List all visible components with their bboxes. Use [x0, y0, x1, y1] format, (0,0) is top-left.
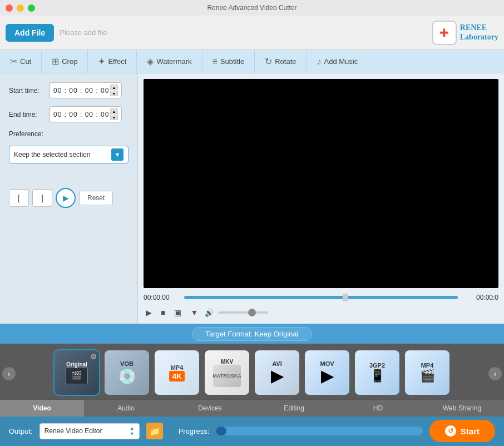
start-time-up[interactable]: ▲ [110, 85, 118, 90]
stop-button[interactable]: ■ [159, 307, 167, 318]
preference-select[interactable]: Keep the selected section ▼ [9, 146, 129, 163]
format-item-mp4-last[interactable]: MP4 🎬 [405, 350, 449, 395]
format-icon-mkv: MKV MATROSKA [205, 350, 249, 395]
tab-crop[interactable]: ⊞ Crop [42, 50, 88, 73]
format-item-mkv[interactable]: MKV MATROSKA [205, 350, 249, 395]
format-tab-editing[interactable]: Editing [252, 399, 336, 417]
progress-bar [216, 427, 423, 435]
mark-in-icon: [ [18, 194, 20, 202]
bottom-bar: Output: Renee Video Editor ▲ ▼ 📁 Progres… [0, 417, 504, 445]
mark-out-button[interactable]: ] [32, 189, 52, 207]
format-icon-vob: VOB 💿 [105, 350, 149, 395]
end-time-input[interactable]: 00 : 00 : 00 : 00 ▲ ▼ [50, 106, 122, 122]
format-tabs: Video Audio Devices Editing HD Web Shari… [0, 399, 504, 417]
preference-label: Preference: [9, 130, 129, 138]
start-time-row: Start time: 00 : 00 : 00 : 00 ▲ ▼ [9, 82, 129, 98]
3gp2-label: 3GP2 [369, 362, 385, 369]
end-time-up[interactable]: ▲ [110, 108, 118, 114]
format-icon-avi: AVI ▶ [255, 350, 299, 395]
format-tab-hd[interactable]: HD [336, 399, 420, 417]
logo-text: RENEE Laboratory [460, 23, 498, 42]
start-time-down[interactable]: ▼ [110, 91, 118, 96]
left-panel: Start time: 00 : 00 : 00 : 00 ▲ ▼ End ti… [0, 73, 138, 324]
tab-rotate[interactable]: ↻ Rotate [255, 50, 307, 73]
reset-button[interactable]: Reset [79, 191, 113, 205]
format-item-3gp2[interactable]: 3GP2 📱 [355, 350, 399, 395]
format-icons: ⚙ Original 🎬 VOB 💿 MP4 4K MKV [0, 348, 504, 397]
format-tab-devices[interactable]: Devices [168, 399, 252, 417]
top-toolbar: Add File Please add file ✚ RENEE Laborat… [0, 16, 504, 50]
preview-play-icon: ▶ [63, 194, 69, 202]
tab-add-music[interactable]: ♪ Add Music [307, 50, 369, 73]
end-time-spinner[interactable]: ▲ ▼ [110, 108, 118, 120]
tab-effect-label: Effect [108, 57, 126, 66]
tab-cut[interactable]: ✂ Cut [0, 50, 42, 73]
vob-label: VOB [120, 360, 134, 367]
format-item-vob[interactable]: VOB 💿 [105, 350, 149, 395]
output-arrows: ▲ ▼ [130, 426, 135, 437]
video-screen [144, 79, 498, 288]
output-value: Renee Video Editor [45, 427, 130, 435]
folder-icon: 📁 [149, 426, 160, 437]
start-time-spinner[interactable]: ▲ ▼ [110, 85, 118, 96]
format-item-original[interactable]: ⚙ Original 🎬 [55, 350, 99, 395]
volume-slider[interactable] [218, 311, 268, 314]
subtitle-icon: ≡ [213, 57, 218, 67]
start-button[interactable]: ↺ Start [429, 420, 495, 442]
tab-watermark-label: Watermark [156, 57, 191, 66]
cut-buttons: [ ] ▶ Reset [9, 188, 129, 208]
title-bar: Renee Advanced Video Cutter [0, 0, 504, 16]
output-select[interactable]: Renee Video Editor ▲ ▼ [39, 423, 140, 439]
end-time-down[interactable]: ▼ [110, 115, 118, 120]
cut-icon: ✂ [10, 56, 17, 67]
preview-play-button[interactable]: ▶ [56, 188, 76, 208]
format-tab-web-sharing[interactable]: Web Sharing [420, 399, 504, 417]
start-icon: ↺ [445, 425, 456, 437]
tab-subtitle[interactable]: ≡ Subtitle [202, 50, 255, 73]
mov-label: MOV [320, 360, 334, 367]
video-panel: 00:00:00 00:00:0 ▶ ■ ▣ ▼ 🔊 [138, 73, 504, 324]
format-item-mov[interactable]: MOV ▶ [305, 350, 349, 395]
tab-effect[interactable]: ✦ Effect [88, 50, 137, 73]
format-tab-audio[interactable]: Audio [84, 399, 168, 417]
music-icon: ♪ [317, 57, 322, 67]
crop-icon: ⊞ [52, 56, 59, 67]
end-time-label: End time: [9, 111, 45, 118]
tab-watermark[interactable]: ◈ Watermark [137, 50, 202, 73]
format-item-mp4-4k[interactable]: MP4 4K [155, 350, 199, 395]
start-label: Start [461, 427, 480, 436]
progress-thumb [343, 294, 348, 301]
format-icon-original: ⚙ Original 🎬 [55, 350, 99, 395]
folder-button[interactable]: 📁 [146, 423, 163, 439]
film-icon: 🎬 [71, 370, 82, 381]
logo-area: ✚ RENEE Laboratory [432, 21, 498, 45]
add-file-button[interactable]: Add File [6, 24, 54, 42]
video-progress-bar[interactable] [184, 296, 458, 299]
target-format-label[interactable]: Target Format: Keep Original [192, 327, 313, 341]
main-content: Start time: 00 : 00 : 00 : 00 ▲ ▼ End ti… [0, 73, 504, 324]
format-item-avi[interactable]: AVI ▶ [255, 350, 299, 395]
maximize-button[interactable] [28, 4, 35, 12]
format-tab-video[interactable]: Video [0, 399, 84, 417]
window-controls[interactable] [6, 4, 35, 12]
format-icon-mov: MOV ▶ [305, 350, 349, 395]
format-scroll-right[interactable]: › [488, 367, 502, 380]
mark-in-button[interactable]: [ [9, 189, 29, 207]
format-original-label: Original [66, 361, 87, 368]
gear-icon: ⚙ [90, 353, 97, 361]
minimize-button[interactable] [17, 4, 24, 12]
snapshot-button[interactable]: ▣ [172, 307, 184, 318]
format-icon-mp4-last: MP4 🎬 [405, 350, 449, 395]
menu-button[interactable]: ▼ [188, 307, 200, 318]
window-title: Renee Advanced Video Cutter [207, 4, 297, 12]
format-icon-mp4-4k: MP4 4K [155, 350, 199, 395]
close-button[interactable] [6, 4, 13, 12]
play-button[interactable]: ▶ [144, 307, 154, 318]
total-time: 00:00:0 [462, 294, 498, 301]
start-time-value: 00 : 00 : 00 : 00 [53, 87, 109, 95]
format-icon-3gp2: 3GP2 📱 [355, 350, 399, 395]
start-time-input[interactable]: 00 : 00 : 00 : 00 ▲ ▼ [50, 82, 122, 98]
format-scroll-left[interactable]: ‹ [2, 367, 16, 380]
function-tabs: ✂ Cut ⊞ Crop ✦ Effect ◈ Watermark ≡ Subt… [0, 50, 504, 73]
video-timeline: 00:00:00 00:00:0 [144, 293, 498, 303]
